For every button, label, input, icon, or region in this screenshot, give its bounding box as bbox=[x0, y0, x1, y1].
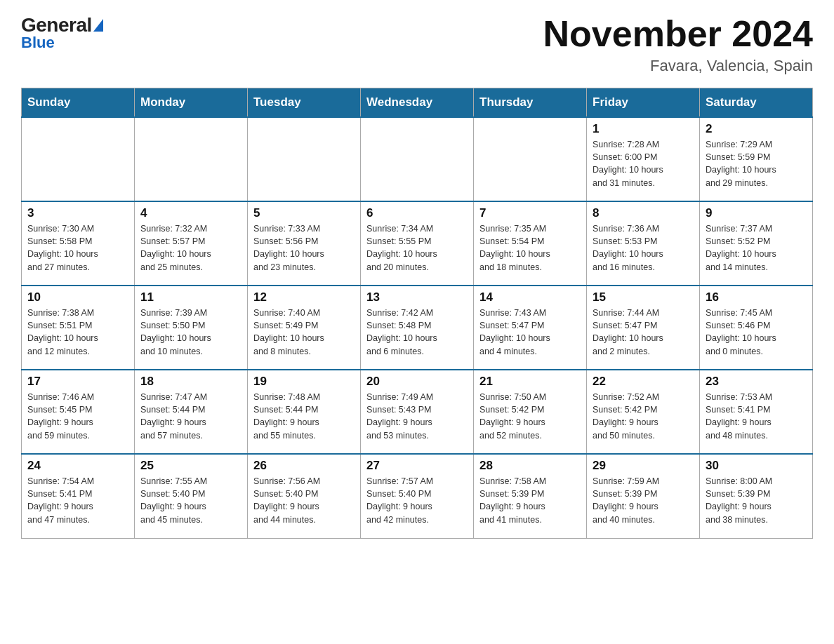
day-number: 2 bbox=[706, 122, 807, 136]
day-info: Sunrise: 8:00 AM Sunset: 5:39 PM Dayligh… bbox=[706, 475, 807, 526]
calendar-cell: 13Sunrise: 7:42 AM Sunset: 5:48 PM Dayli… bbox=[361, 286, 474, 370]
calendar-cell bbox=[361, 117, 474, 201]
day-number: 28 bbox=[479, 459, 581, 473]
calendar-cell: 30Sunrise: 8:00 AM Sunset: 5:39 PM Dayli… bbox=[700, 454, 813, 538]
calendar-cell: 20Sunrise: 7:49 AM Sunset: 5:43 PM Dayli… bbox=[361, 370, 474, 454]
day-number: 6 bbox=[366, 206, 468, 220]
week-row-2: 3Sunrise: 7:30 AM Sunset: 5:58 PM Daylig… bbox=[22, 201, 813, 286]
calendar-header-row: SundayMondayTuesdayWednesdayThursdayFrid… bbox=[22, 88, 813, 118]
day-header-friday: Friday bbox=[587, 88, 700, 118]
day-number: 15 bbox=[593, 290, 694, 304]
day-info: Sunrise: 7:52 AM Sunset: 5:42 PM Dayligh… bbox=[593, 391, 694, 442]
calendar-cell: 5Sunrise: 7:33 AM Sunset: 5:56 PM Daylig… bbox=[248, 201, 361, 286]
calendar-cell: 12Sunrise: 7:40 AM Sunset: 5:49 PM Dayli… bbox=[248, 286, 361, 370]
logo-blue: Blue bbox=[21, 34, 55, 52]
day-number: 13 bbox=[366, 290, 468, 304]
calendar-subtitle: Favara, Valencia, Spain bbox=[543, 57, 813, 75]
calendar-cell: 6Sunrise: 7:34 AM Sunset: 5:55 PM Daylig… bbox=[361, 201, 474, 286]
day-number: 25 bbox=[140, 459, 241, 473]
day-info: Sunrise: 7:39 AM Sunset: 5:50 PM Dayligh… bbox=[140, 307, 241, 358]
day-info: Sunrise: 7:32 AM Sunset: 5:57 PM Dayligh… bbox=[140, 222, 241, 274]
day-number: 12 bbox=[253, 290, 355, 304]
calendar-cell: 8Sunrise: 7:36 AM Sunset: 5:53 PM Daylig… bbox=[587, 201, 700, 286]
day-number: 9 bbox=[706, 206, 807, 220]
calendar-cell: 4Sunrise: 7:32 AM Sunset: 5:57 PM Daylig… bbox=[135, 201, 248, 286]
calendar-cell: 10Sunrise: 7:38 AM Sunset: 5:51 PM Dayli… bbox=[22, 286, 135, 370]
day-info: Sunrise: 7:38 AM Sunset: 5:51 PM Dayligh… bbox=[27, 307, 128, 358]
day-number: 29 bbox=[593, 459, 694, 473]
day-number: 16 bbox=[706, 290, 807, 304]
calendar-cell: 25Sunrise: 7:55 AM Sunset: 5:40 PM Dayli… bbox=[135, 454, 248, 538]
day-number: 26 bbox=[253, 459, 355, 473]
day-info: Sunrise: 7:54 AM Sunset: 5:41 PM Dayligh… bbox=[27, 475, 128, 526]
day-number: 14 bbox=[479, 290, 581, 304]
calendar-cell: 7Sunrise: 7:35 AM Sunset: 5:54 PM Daylig… bbox=[474, 201, 587, 286]
day-info: Sunrise: 7:45 AM Sunset: 5:46 PM Dayligh… bbox=[706, 307, 807, 358]
calendar-title: November 2024 bbox=[543, 14, 813, 54]
calendar-cell: 2Sunrise: 7:29 AM Sunset: 5:59 PM Daylig… bbox=[700, 117, 813, 201]
day-info: Sunrise: 7:28 AM Sunset: 6:00 PM Dayligh… bbox=[593, 138, 694, 189]
calendar-cell: 23Sunrise: 7:53 AM Sunset: 5:41 PM Dayli… bbox=[700, 370, 813, 454]
day-number: 3 bbox=[27, 206, 128, 220]
week-row-1: 1Sunrise: 7:28 AM Sunset: 6:00 PM Daylig… bbox=[22, 117, 813, 201]
calendar-cell: 16Sunrise: 7:45 AM Sunset: 5:46 PM Dayli… bbox=[700, 286, 813, 370]
day-number: 24 bbox=[27, 459, 128, 473]
day-info: Sunrise: 7:55 AM Sunset: 5:40 PM Dayligh… bbox=[140, 475, 241, 526]
day-number: 8 bbox=[593, 206, 694, 220]
logo: General Blue bbox=[21, 14, 103, 52]
day-info: Sunrise: 7:58 AM Sunset: 5:39 PM Dayligh… bbox=[479, 475, 581, 526]
calendar-cell: 14Sunrise: 7:43 AM Sunset: 5:47 PM Dayli… bbox=[474, 286, 587, 370]
day-header-saturday: Saturday bbox=[700, 88, 813, 118]
week-row-4: 17Sunrise: 7:46 AM Sunset: 5:45 PM Dayli… bbox=[22, 370, 813, 454]
title-block: November 2024 Favara, Valencia, Spain bbox=[543, 14, 813, 75]
day-info: Sunrise: 7:57 AM Sunset: 5:40 PM Dayligh… bbox=[366, 475, 468, 526]
day-info: Sunrise: 7:34 AM Sunset: 5:55 PM Dayligh… bbox=[366, 222, 468, 274]
calendar-cell: 27Sunrise: 7:57 AM Sunset: 5:40 PM Dayli… bbox=[361, 454, 474, 538]
day-info: Sunrise: 7:30 AM Sunset: 5:58 PM Dayligh… bbox=[27, 222, 128, 274]
day-number: 30 bbox=[706, 459, 807, 473]
day-number: 20 bbox=[366, 375, 468, 389]
day-info: Sunrise: 7:50 AM Sunset: 5:42 PM Dayligh… bbox=[479, 391, 581, 442]
day-info: Sunrise: 7:59 AM Sunset: 5:39 PM Dayligh… bbox=[593, 475, 694, 526]
calendar-cell bbox=[135, 117, 248, 201]
day-number: 5 bbox=[253, 206, 355, 220]
day-header-tuesday: Tuesday bbox=[248, 88, 361, 118]
day-header-thursday: Thursday bbox=[474, 88, 587, 118]
day-number: 10 bbox=[27, 290, 128, 304]
calendar-cell: 21Sunrise: 7:50 AM Sunset: 5:42 PM Dayli… bbox=[474, 370, 587, 454]
day-info: Sunrise: 7:42 AM Sunset: 5:48 PM Dayligh… bbox=[366, 307, 468, 358]
calendar-cell: 24Sunrise: 7:54 AM Sunset: 5:41 PM Dayli… bbox=[22, 454, 135, 538]
day-info: Sunrise: 7:40 AM Sunset: 5:49 PM Dayligh… bbox=[253, 307, 355, 358]
day-number: 19 bbox=[253, 375, 355, 389]
day-number: 7 bbox=[479, 206, 581, 220]
day-number: 21 bbox=[479, 375, 581, 389]
day-info: Sunrise: 7:48 AM Sunset: 5:44 PM Dayligh… bbox=[253, 391, 355, 442]
day-number: 23 bbox=[706, 375, 807, 389]
day-number: 4 bbox=[140, 206, 241, 220]
calendar-cell: 1Sunrise: 7:28 AM Sunset: 6:00 PM Daylig… bbox=[587, 117, 700, 201]
calendar-cell: 3Sunrise: 7:30 AM Sunset: 5:58 PM Daylig… bbox=[22, 201, 135, 286]
day-header-wednesday: Wednesday bbox=[361, 88, 474, 118]
day-info: Sunrise: 7:37 AM Sunset: 5:52 PM Dayligh… bbox=[706, 222, 807, 274]
day-info: Sunrise: 7:53 AM Sunset: 5:41 PM Dayligh… bbox=[706, 391, 807, 442]
calendar-cell bbox=[248, 117, 361, 201]
week-row-3: 10Sunrise: 7:38 AM Sunset: 5:51 PM Dayli… bbox=[22, 286, 813, 370]
logo-arrow-icon bbox=[93, 19, 103, 32]
calendar-cell: 9Sunrise: 7:37 AM Sunset: 5:52 PM Daylig… bbox=[700, 201, 813, 286]
day-info: Sunrise: 7:44 AM Sunset: 5:47 PM Dayligh… bbox=[593, 307, 694, 358]
calendar-cell bbox=[474, 117, 587, 201]
day-info: Sunrise: 7:33 AM Sunset: 5:56 PM Dayligh… bbox=[253, 222, 355, 274]
day-number: 27 bbox=[366, 459, 468, 473]
day-info: Sunrise: 7:49 AM Sunset: 5:43 PM Dayligh… bbox=[366, 391, 468, 442]
day-info: Sunrise: 7:56 AM Sunset: 5:40 PM Dayligh… bbox=[253, 475, 355, 526]
calendar-cell: 19Sunrise: 7:48 AM Sunset: 5:44 PM Dayli… bbox=[248, 370, 361, 454]
calendar-cell: 29Sunrise: 7:59 AM Sunset: 5:39 PM Dayli… bbox=[587, 454, 700, 538]
day-header-monday: Monday bbox=[135, 88, 248, 118]
day-info: Sunrise: 7:46 AM Sunset: 5:45 PM Dayligh… bbox=[27, 391, 128, 442]
calendar-cell: 15Sunrise: 7:44 AM Sunset: 5:47 PM Dayli… bbox=[587, 286, 700, 370]
calendar-cell: 18Sunrise: 7:47 AM Sunset: 5:44 PM Dayli… bbox=[135, 370, 248, 454]
calendar-table: SundayMondayTuesdayWednesdayThursdayFrid… bbox=[21, 88, 813, 539]
calendar-cell: 28Sunrise: 7:58 AM Sunset: 5:39 PM Dayli… bbox=[474, 454, 587, 538]
calendar-cell: 22Sunrise: 7:52 AM Sunset: 5:42 PM Dayli… bbox=[587, 370, 700, 454]
day-info: Sunrise: 7:43 AM Sunset: 5:47 PM Dayligh… bbox=[479, 307, 581, 358]
